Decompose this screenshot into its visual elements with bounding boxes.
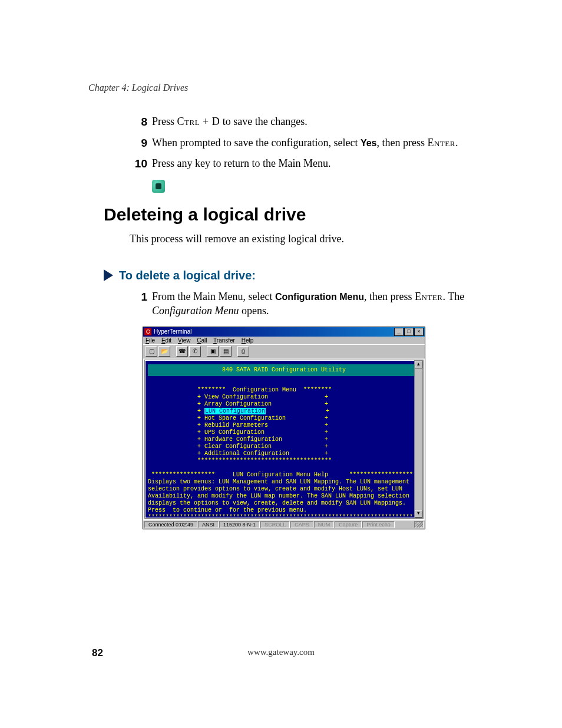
status-config: 115200 8-N-1 bbox=[219, 521, 260, 528]
menu-file[interactable]: File bbox=[146, 337, 155, 344]
yes-label: Yes bbox=[361, 138, 377, 148]
terminal-screen[interactable]: 840 SATA RAID Configuration Utility ****… bbox=[146, 361, 422, 518]
toolbar-disconnect-icon[interactable]: ✆ bbox=[189, 346, 201, 357]
window-title: HyperTerminal bbox=[154, 328, 191, 335]
step-10: 10 Press any key to return to the Main M… bbox=[130, 156, 491, 172]
terminal-frame: ▴ ▾ 840 SATA RAID Configuration Utility … bbox=[143, 358, 425, 520]
close-button[interactable]: × bbox=[414, 328, 424, 336]
scroll-down-icon[interactable]: ▾ bbox=[415, 510, 422, 518]
config-menu-italic: Configuration Menu bbox=[152, 305, 239, 317]
step-text: . bbox=[455, 137, 458, 149]
step-body: When prompted to save the configuration,… bbox=[152, 136, 491, 150]
steps-continued: 8 Press Ctrl + D to save the changes. 9 … bbox=[130, 114, 491, 172]
key-ctrl-d: Ctrl + D bbox=[177, 116, 220, 127]
step-body: Press any key to return to the Main Menu… bbox=[152, 156, 491, 170]
play-icon bbox=[104, 269, 113, 281]
scrollbar[interactable]: ▴ ▾ bbox=[414, 360, 423, 518]
menu-view[interactable]: View bbox=[178, 337, 191, 344]
step-number: 10 bbox=[130, 156, 147, 172]
step-8: 8 Press Ctrl + D to save the changes. bbox=[130, 114, 491, 130]
key-enter: Enter bbox=[415, 291, 442, 302]
toolbar: ▢ 📂 ☎ ✆ ▣ ▤ ⎙ bbox=[143, 344, 425, 358]
status-printecho: Print echo bbox=[362, 521, 395, 528]
page-number: 82 bbox=[92, 647, 103, 659]
menubar[interactable]: File Edit View Call Transfer Help bbox=[143, 337, 425, 344]
step-text: . The bbox=[442, 291, 464, 302]
status-num: NUM bbox=[314, 521, 335, 528]
procedure-header: To delete a logical drive: bbox=[104, 269, 491, 282]
status-caps: CAPS bbox=[290, 521, 313, 528]
step-text: Press any key to return to the Main Menu… bbox=[152, 157, 330, 169]
scroll-up-icon[interactable]: ▴ bbox=[415, 361, 422, 368]
menu-help[interactable]: Help bbox=[242, 337, 254, 344]
minimize-button[interactable]: _ bbox=[394, 328, 404, 336]
step-text: When prompted to save the configuration,… bbox=[152, 137, 361, 149]
section-heading: Deleteing a logical drive bbox=[104, 205, 491, 225]
toolbar-receive-icon[interactable]: ▤ bbox=[220, 346, 232, 357]
statusbar: Connected 0:02:49 ANSI 115200 8-N-1 SCRO… bbox=[143, 520, 425, 529]
toolbar-new-icon[interactable]: ▢ bbox=[146, 346, 157, 357]
step-body: From the Main Menu, select Configuration… bbox=[152, 289, 491, 318]
resize-grip-icon[interactable] bbox=[414, 521, 424, 528]
step-number: 8 bbox=[130, 114, 147, 130]
hyperterminal-window: HyperTerminal _ □ × File Edit View Call … bbox=[143, 327, 425, 529]
step-text: From the Main Menu, select bbox=[152, 291, 275, 302]
app-icon bbox=[144, 328, 151, 335]
end-of-procedure-icon bbox=[152, 180, 491, 193]
step-text: Press bbox=[152, 116, 177, 127]
step-text: , then press bbox=[376, 137, 427, 149]
status-capture: Capture bbox=[335, 521, 362, 528]
toolbar-properties-icon[interactable]: ⎙ bbox=[237, 346, 249, 357]
procedure-title: To delete a logical drive: bbox=[119, 269, 256, 282]
status-emulation: ANSI bbox=[198, 521, 219, 528]
step-number: 9 bbox=[130, 136, 147, 151]
step-text: , then press bbox=[364, 291, 415, 302]
maximize-button[interactable]: □ bbox=[404, 328, 414, 336]
menu-edit[interactable]: Edit bbox=[161, 337, 171, 344]
page-footer: 82 www.gateway.com bbox=[0, 647, 562, 657]
toolbar-send-icon[interactable]: ▣ bbox=[207, 346, 219, 357]
step-body: Press Ctrl + D to save the changes. bbox=[152, 114, 491, 129]
section-description: This process will remove an existing log… bbox=[130, 233, 491, 245]
status-connected: Connected 0:02:49 bbox=[144, 521, 197, 528]
step-text: opens. bbox=[239, 305, 269, 317]
titlebar: HyperTerminal _ □ × bbox=[143, 327, 425, 337]
menu-call[interactable]: Call bbox=[197, 337, 207, 344]
status-scroll: SCROLL bbox=[260, 521, 290, 528]
menu-item-selected[interactable]: LUN Configuration bbox=[204, 408, 266, 414]
terminal-banner: 840 SATA RAID Configuration Utility bbox=[148, 364, 420, 376]
footer-url: www.gateway.com bbox=[247, 647, 315, 657]
menu-transfer[interactable]: Transfer bbox=[213, 337, 235, 344]
procedure-steps: 1 From the Main Menu, select Configurati… bbox=[130, 289, 491, 318]
step-number: 1 bbox=[130, 289, 147, 305]
chapter-header: Chapter 4: Logical Drives bbox=[88, 83, 491, 93]
step-9: 9 When prompted to save the configuratio… bbox=[130, 136, 491, 151]
key-enter: Enter bbox=[427, 137, 455, 149]
toolbar-connect-icon[interactable]: ☎ bbox=[176, 346, 188, 357]
config-menu-label: Configuration Menu bbox=[275, 292, 364, 302]
step-text: to save the changes. bbox=[220, 116, 307, 127]
toolbar-open-icon[interactable]: 📂 bbox=[158, 346, 170, 357]
step-1: 1 From the Main Menu, select Configurati… bbox=[130, 289, 491, 318]
